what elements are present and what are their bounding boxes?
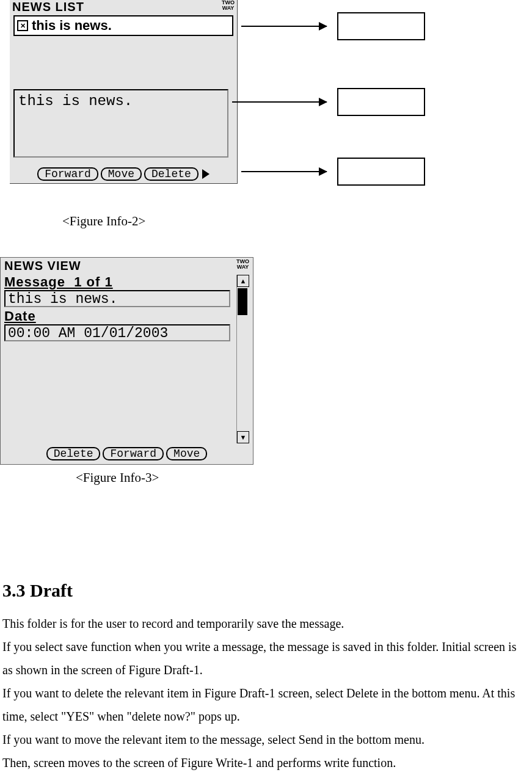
forward-button[interactable]: Forward: [37, 167, 98, 181]
delete-button[interactable]: Delete: [144, 167, 199, 181]
softkey-bar: Forward Move Delete: [10, 167, 237, 181]
preview-text: this is news.: [18, 93, 133, 109]
news-view-screen: NEWS VIEW TWO WAY Message 1 of 1 this is…: [0, 257, 253, 465]
arrow-icon: [241, 171, 327, 172]
scroll-thumb[interactable]: [238, 288, 247, 315]
status-indicator: TWO WAY: [222, 0, 235, 11]
message-field[interactable]: this is news.: [4, 290, 230, 307]
delete-button[interactable]: Delete: [46, 447, 101, 460]
list-item-text: this is news.: [32, 18, 112, 34]
screen-title: NEWS VIEW: [4, 259, 81, 273]
annotation-box: [337, 12, 425, 40]
softkey-bar: Delete Forward Move: [1, 447, 253, 460]
annotation-box: [337, 88, 425, 116]
arrow-icon: [241, 26, 327, 27]
paragraph: This folder is for the user to record an…: [2, 612, 530, 635]
figure-caption: <Figure Info-2>: [62, 214, 145, 229]
checkbox-icon: ✕: [17, 20, 28, 31]
preview-area: this is news.: [13, 89, 228, 158]
news-list-screen: NEWS LIST TWO WAY ✕ this is news. this i…: [10, 0, 238, 184]
scroll-down-button[interactable]: ▼: [237, 431, 249, 443]
move-button[interactable]: Move: [166, 447, 207, 460]
more-arrow-icon[interactable]: [202, 169, 210, 179]
date-field[interactable]: 00:00 AM 01/01/2003: [4, 324, 230, 341]
status-indicator: TWO WAY: [236, 259, 249, 270]
scrollbar[interactable]: ▲ ▼: [236, 275, 249, 443]
screen-title: NEWS LIST: [12, 0, 84, 14]
paragraph: If you want to move the relevant item to…: [2, 728, 530, 751]
message-label: Message 1 of 1: [4, 274, 249, 290]
move-button[interactable]: Move: [101, 167, 142, 181]
section-heading: 3.3 Draft: [2, 580, 530, 601]
paragraph: If you select save function when you wri…: [2, 635, 530, 682]
forward-button[interactable]: Forward: [103, 447, 164, 460]
title-bar: NEWS LIST TWO WAY: [10, 0, 237, 14]
title-bar: NEWS VIEW TWO WAY: [1, 258, 253, 273]
paragraph: Then, screen moves to the screen of Figu…: [2, 751, 530, 774]
paragraph: If you want to delete the relevant item …: [2, 682, 530, 728]
document-text: 3.3 Draft This folder is for the user to…: [0, 580, 532, 774]
annotation-box: [337, 158, 425, 186]
date-label: Date: [4, 308, 249, 324]
scroll-up-button[interactable]: ▲: [237, 275, 249, 287]
arrow-icon: [232, 101, 327, 103]
news-list-item[interactable]: ✕ this is news.: [13, 15, 233, 36]
figure-caption: <Figure Info-3>: [76, 470, 159, 485]
